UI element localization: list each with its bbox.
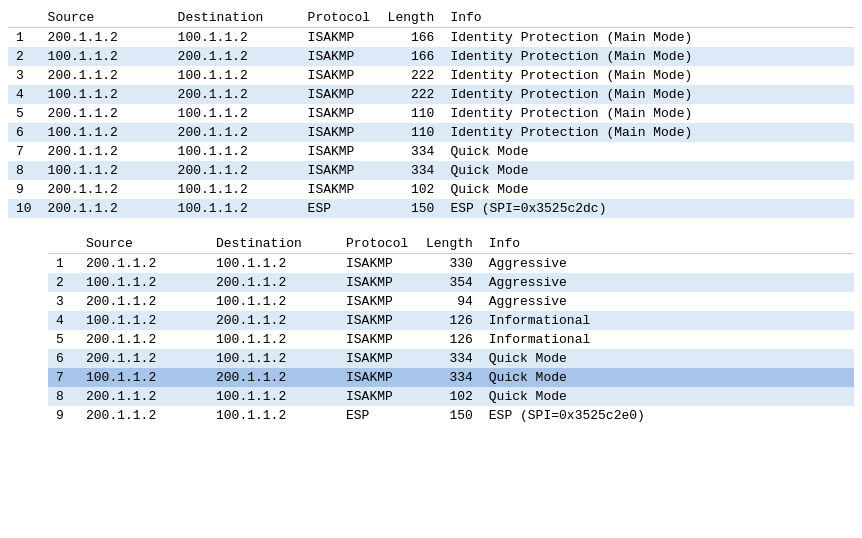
packet-table-1: Source Destination Protocol Length Info …	[8, 8, 854, 218]
cell-row-no: 2	[48, 273, 78, 292]
table-row[interactable]: 3200.1.1.2100.1.1.2ISAKMP94Aggressive	[48, 292, 854, 311]
cell-source: 200.1.1.2	[78, 254, 208, 274]
cell-row-no: 7	[48, 368, 78, 387]
cell-length: 110	[380, 104, 443, 123]
table-row[interactable]: 10200.1.1.2100.1.1.2ESP150ESP (SPI=0x352…	[8, 199, 854, 218]
cell-row-no: 2	[8, 47, 40, 66]
cell-info: ESP (SPI=0x3525c2e0)	[481, 406, 854, 425]
table-row[interactable]: 2100.1.1.2200.1.1.2ISAKMP354Aggressive	[48, 273, 854, 292]
cell-source: 200.1.1.2	[40, 142, 170, 161]
cell-info: Identity Protection (Main Mode)	[442, 66, 854, 85]
col2-header-length: Length	[418, 234, 481, 254]
table-row[interactable]: 9200.1.1.2100.1.1.2ESP150ESP (SPI=0x3525…	[48, 406, 854, 425]
table-row[interactable]: 5200.1.1.2100.1.1.2ISAKMP126Informationa…	[48, 330, 854, 349]
cell-source: 100.1.1.2	[78, 311, 208, 330]
table2-section: Source Destination Protocol Length Info …	[8, 234, 854, 425]
col2-header-destination: Destination	[208, 234, 338, 254]
cell-info: Identity Protection (Main Mode)	[442, 47, 854, 66]
cell-destination: 100.1.1.2	[170, 66, 300, 85]
col-header-destination: Destination	[170, 8, 300, 28]
cell-destination: 100.1.1.2	[208, 349, 338, 368]
cell-protocol: ISAKMP	[338, 330, 418, 349]
packet-table-2: Source Destination Protocol Length Info …	[48, 234, 854, 425]
cell-destination: 200.1.1.2	[170, 47, 300, 66]
cell-protocol: ESP	[300, 199, 380, 218]
table-row[interactable]: 4100.1.1.2200.1.1.2ISAKMP222Identity Pro…	[8, 85, 854, 104]
cell-source: 200.1.1.2	[40, 66, 170, 85]
cell-length: 330	[418, 254, 481, 274]
cell-protocol: ISAKMP	[338, 387, 418, 406]
cell-length: 334	[418, 349, 481, 368]
cell-length: 110	[380, 123, 443, 142]
col2-header-info: Info	[481, 234, 854, 254]
cell-length: 222	[380, 85, 443, 104]
cell-row-no: 8	[8, 161, 40, 180]
table-row[interactable]: 1200.1.1.2100.1.1.2ISAKMP330Aggressive	[48, 254, 854, 274]
cell-info: Quick Mode	[442, 142, 854, 161]
col-header-source: Source	[40, 8, 170, 28]
table-row[interactable]: 8100.1.1.2200.1.1.2ISAKMP334Quick Mode	[8, 161, 854, 180]
cell-row-no: 3	[48, 292, 78, 311]
cell-source: 100.1.1.2	[40, 47, 170, 66]
cell-protocol: ISAKMP	[300, 104, 380, 123]
cell-destination: 100.1.1.2	[208, 254, 338, 274]
cell-destination: 100.1.1.2	[170, 104, 300, 123]
cell-info: Quick Mode	[442, 161, 854, 180]
cell-info: Identity Protection (Main Mode)	[442, 104, 854, 123]
cell-length: 166	[380, 28, 443, 48]
cell-source: 200.1.1.2	[78, 406, 208, 425]
cell-protocol: ISAKMP	[338, 368, 418, 387]
table1-header-row: Source Destination Protocol Length Info	[8, 8, 854, 28]
cell-length: 334	[418, 368, 481, 387]
cell-source: 100.1.1.2	[40, 85, 170, 104]
table-row[interactable]: 1200.1.1.2100.1.1.2ISAKMP166Identity Pro…	[8, 28, 854, 48]
cell-protocol: ISAKMP	[338, 292, 418, 311]
cell-info: Quick Mode	[481, 368, 854, 387]
table-row[interactable]: 7100.1.1.2200.1.1.2ISAKMP334Quick Mode	[48, 368, 854, 387]
cell-protocol: ISAKMP	[338, 254, 418, 274]
cell-length: 102	[380, 180, 443, 199]
cell-destination: 200.1.1.2	[208, 311, 338, 330]
table-row[interactable]: 5200.1.1.2100.1.1.2ISAKMP110Identity Pro…	[8, 104, 854, 123]
cell-source: 100.1.1.2	[40, 123, 170, 142]
cell-source: 100.1.1.2	[78, 273, 208, 292]
cell-protocol: ISAKMP	[300, 123, 380, 142]
cell-destination: 200.1.1.2	[208, 273, 338, 292]
cell-info: Aggressive	[481, 292, 854, 311]
cell-protocol: ISAKMP	[300, 85, 380, 104]
cell-source: 100.1.1.2	[40, 161, 170, 180]
table-row[interactable]: 9200.1.1.2100.1.1.2ISAKMP102Quick Mode	[8, 180, 854, 199]
cell-protocol: ISAKMP	[300, 142, 380, 161]
cell-row-no: 9	[48, 406, 78, 425]
cell-info: Aggressive	[481, 273, 854, 292]
cell-info: Informational	[481, 311, 854, 330]
cell-row-no: 6	[48, 349, 78, 368]
table-row[interactable]: 7200.1.1.2100.1.1.2ISAKMP334Quick Mode	[8, 142, 854, 161]
cell-destination: 100.1.1.2	[208, 292, 338, 311]
cell-source: 200.1.1.2	[40, 199, 170, 218]
cell-info: Aggressive	[481, 254, 854, 274]
table-row[interactable]: 6200.1.1.2100.1.1.2ISAKMP334Quick Mode	[48, 349, 854, 368]
table-row[interactable]: 2100.1.1.2200.1.1.2ISAKMP166Identity Pro…	[8, 47, 854, 66]
cell-info: Identity Protection (Main Mode)	[442, 28, 854, 48]
cell-protocol: ISAKMP	[300, 47, 380, 66]
cell-protocol: ISAKMP	[300, 66, 380, 85]
table-row[interactable]: 3200.1.1.2100.1.1.2ISAKMP222Identity Pro…	[8, 66, 854, 85]
table2-header-row: Source Destination Protocol Length Info	[48, 234, 854, 254]
cell-info: Identity Protection (Main Mode)	[442, 85, 854, 104]
cell-length: 94	[418, 292, 481, 311]
cell-info: Quick Mode	[481, 349, 854, 368]
cell-info: Informational	[481, 330, 854, 349]
table-row[interactable]: 4100.1.1.2200.1.1.2ISAKMP126Informationa…	[48, 311, 854, 330]
cell-length: 354	[418, 273, 481, 292]
cell-destination: 200.1.1.2	[170, 161, 300, 180]
cell-length: 102	[418, 387, 481, 406]
cell-destination: 100.1.1.2	[170, 28, 300, 48]
col2-header-source: Source	[78, 234, 208, 254]
cell-row-no: 9	[8, 180, 40, 199]
table-row[interactable]: 6100.1.1.2200.1.1.2ISAKMP110Identity Pro…	[8, 123, 854, 142]
cell-destination: 200.1.1.2	[170, 123, 300, 142]
table-row[interactable]: 8200.1.1.2100.1.1.2ISAKMP102Quick Mode	[48, 387, 854, 406]
cell-row-no: 5	[8, 104, 40, 123]
cell-destination: 200.1.1.2	[170, 85, 300, 104]
